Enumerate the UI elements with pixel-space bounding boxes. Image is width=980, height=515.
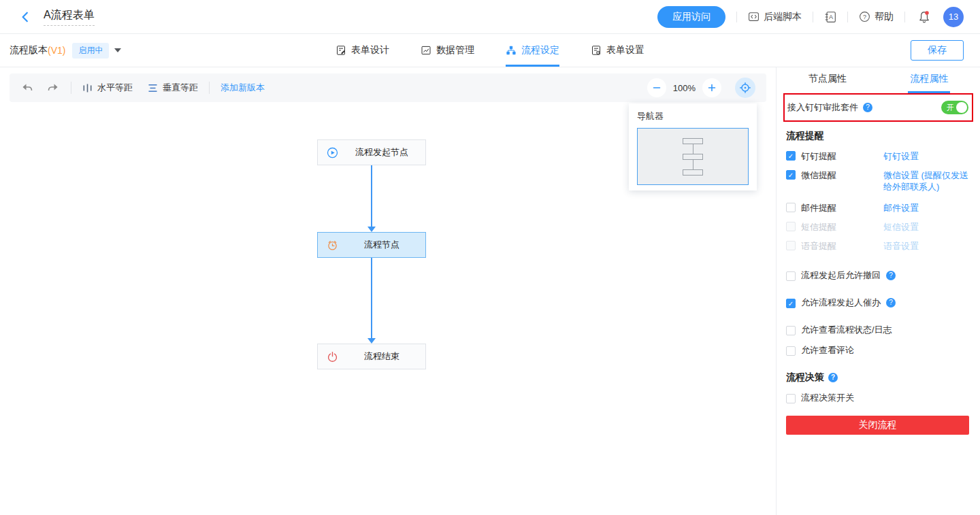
reminder-list: 钉钉提醒 钉钉设置 微信提醒 微信设置 (提醒仅发送给外部联系人) 邮件提醒 邮… — [786, 150, 969, 252]
zoom-out-button[interactable] — [647, 78, 666, 97]
help-question-icon[interactable]: ? — [886, 298, 896, 308]
option-label[interactable]: 允许流程发起人催办 — [801, 297, 881, 309]
vertical-distribute-button[interactable]: 垂直等距 — [148, 82, 198, 94]
option-label[interactable]: 流程决策开关 — [801, 392, 854, 404]
node-label: 流程发起节点 — [338, 146, 425, 159]
minimap-connector — [693, 160, 693, 169]
app-access-button[interactable]: 应用访问 — [657, 6, 725, 28]
reminder-label[interactable]: 邮件提醒 — [801, 202, 883, 214]
zoom-level: 100% — [673, 83, 696, 93]
option-view-status-log: 允许查看流程状态/日志 — [786, 324, 969, 336]
fit-view-button[interactable] — [735, 78, 755, 98]
minimap-connector — [693, 144, 693, 154]
help-question-icon[interactable]: ? — [828, 373, 838, 382]
option-decision-switch: 流程决策开关 — [786, 392, 969, 404]
flow-chart-icon — [506, 45, 517, 56]
redo-button[interactable] — [46, 81, 60, 95]
dingtalk-suite-label: 接入钉钉审批套件 — [787, 101, 858, 114]
top-header: A流程表单 应用访问 后端脚本 A ? 帮助 — [0, 0, 980, 34]
reminder-row-email: 邮件提醒 邮件设置 — [786, 202, 969, 214]
arrow-down-icon — [368, 338, 376, 344]
close-flow-button[interactable]: 关闭流程 — [786, 416, 969, 435]
checkbox-unchecked[interactable] — [786, 271, 796, 281]
zoom-in-button[interactable] — [702, 78, 721, 97]
reminder-label[interactable]: 钉钉提醒 — [801, 150, 883, 162]
tab-node-properties[interactable]: 节点属性 — [777, 67, 879, 93]
checkbox-unchecked[interactable] — [786, 394, 796, 403]
reminder-label: 语音提醒 — [801, 240, 883, 252]
svg-text:A: A — [829, 14, 833, 20]
dingtalk-settings-link[interactable]: 钉钉设置 — [883, 150, 969, 162]
redo-icon — [46, 81, 60, 95]
help-button[interactable]: ? 帮助 — [859, 11, 894, 23]
flow-canvas[interactable]: 水平等距 垂直等距 添加新版本 100% — [0, 67, 776, 515]
option-label[interactable]: 允许查看流程状态/日志 — [801, 324, 892, 336]
minimap-node — [683, 154, 703, 160]
checkbox-checked[interactable] — [786, 170, 796, 180]
add-new-version-link[interactable]: 添加新版本 — [220, 82, 265, 94]
backend-script-button[interactable]: 后端脚本 — [748, 11, 802, 23]
sidebar-tabs: 节点属性 流程属性 — [777, 67, 980, 93]
checkbox-unchecked[interactable] — [786, 203, 796, 212]
divider — [904, 12, 905, 22]
back-button[interactable] — [18, 10, 33, 24]
tab-form-settings[interactable]: 表单设置 — [591, 34, 644, 67]
email-settings-link[interactable]: 邮件设置 — [883, 202, 969, 214]
bell-icon — [917, 10, 931, 24]
horizontal-distribute-button[interactable]: 水平等距 — [82, 82, 133, 94]
undo-icon — [20, 81, 34, 95]
divider — [209, 82, 210, 94]
minimap-flow-preview — [683, 138, 703, 176]
checkbox-unchecked[interactable] — [786, 326, 796, 335]
canvas-toolbar: 水平等距 垂直等距 添加新版本 100% — [10, 73, 766, 102]
checkbox-checked[interactable] — [786, 151, 796, 161]
tab-form-design[interactable]: 表单设计 — [336, 34, 389, 67]
undo-button[interactable] — [20, 81, 34, 95]
version-tab-bar: 流程版本 (V1) 启用中 表单设计 数据管理 流程设定 — [0, 34, 980, 67]
alarm-clock-icon — [327, 239, 338, 251]
node-label: 流程结束 — [338, 350, 425, 363]
tab-data-management[interactable]: 数据管理 — [421, 34, 474, 67]
minimap-node — [683, 169, 703, 176]
help-label: 帮助 — [875, 11, 894, 23]
tab-flow-properties[interactable]: 流程属性 — [879, 67, 980, 93]
horizontal-distribute-icon — [82, 83, 93, 93]
version-dropdown-caret-icon[interactable] — [114, 48, 121, 52]
reminder-section-title: 流程提醒 — [786, 130, 969, 142]
wechat-settings-link[interactable]: 微信设置 (提醒仅发送给外部联系人) — [883, 169, 969, 193]
reminder-row-sms: 短信提醒 短信设置 — [786, 221, 969, 233]
tab-label: 数据管理 — [436, 44, 474, 56]
flow-node-start[interactable]: 流程发起节点 — [317, 139, 426, 165]
status-badge[interactable]: 启用中 — [72, 43, 109, 59]
vertical-distribute-label: 垂直等距 — [163, 82, 198, 94]
help-question-icon[interactable]: ? — [886, 271, 896, 280]
navigator-title: 导航器 — [637, 110, 749, 122]
version-number: (V1) — [48, 45, 65, 56]
tab-label: 表单设计 — [351, 44, 389, 56]
power-icon — [327, 351, 338, 363]
option-allow-urge: 允许流程发起人催办 ? — [786, 297, 969, 309]
option-label[interactable]: 流程发起后允许撤回 — [801, 269, 881, 282]
avatar[interactable]: 13 — [943, 7, 964, 27]
divider — [847, 12, 848, 22]
version-label: 流程版本 — [10, 44, 48, 56]
navigator-minimap[interactable] — [637, 128, 749, 185]
address-book-button[interactable]: A — [824, 11, 836, 23]
reminder-label[interactable]: 微信提醒 — [801, 169, 883, 181]
toggle-on-label: 开 — [947, 103, 954, 112]
notification-button[interactable] — [917, 10, 931, 24]
arrow-down-icon — [368, 227, 376, 232]
checkbox-checked[interactable] — [786, 299, 796, 308]
zoom-controls: 100% — [647, 78, 755, 98]
tab-flow-setting[interactable]: 流程设定 — [506, 34, 559, 67]
tab-label: 表单设置 — [606, 44, 644, 56]
flow-node-end[interactable]: 流程结束 — [317, 344, 426, 369]
flow-node-process[interactable]: 流程节点 — [317, 232, 426, 258]
option-label[interactable]: 允许查看评论 — [801, 344, 854, 356]
dingtalk-suite-toggle[interactable]: 开 — [941, 101, 968, 114]
save-button[interactable]: 保存 — [911, 40, 964, 61]
help-question-icon[interactable]: ? — [863, 103, 872, 112]
voice-settings-link: 语音设置 — [883, 240, 969, 252]
main-tabs: 表单设计 数据管理 流程设定 表单设置 — [336, 34, 644, 67]
checkbox-unchecked[interactable] — [786, 346, 796, 356]
